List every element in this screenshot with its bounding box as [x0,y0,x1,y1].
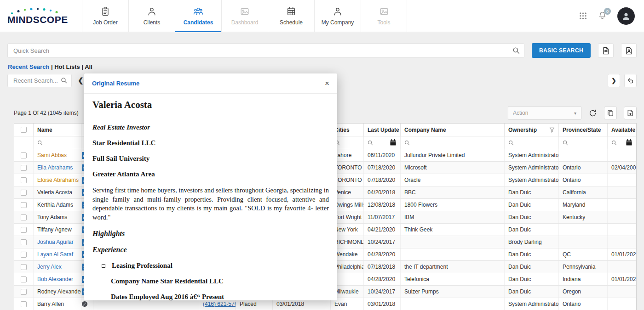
row-checkbox[interactable] [21,165,27,171]
candidate-name-link[interactable]: Tony Adams [37,214,67,220]
quick-search-input[interactable] [7,43,524,58]
row-checkbox[interactable] [21,190,27,196]
notifications-bell-icon[interactable]: 0 [598,11,607,21]
filter-province[interactable] [559,136,608,149]
search-icon [508,140,514,146]
province-cell: Maryland [559,199,608,211]
nav-item-schedule[interactable]: Schedule [268,0,314,32]
resume-company-line: Company Name Star Residential LLC [111,277,329,285]
row-select-cell [14,149,34,161]
undo-button[interactable] [624,74,637,87]
basic-search-button[interactable]: BASIC SEARCH [532,43,591,58]
ownership-cell: Dan Duic [505,211,559,223]
duplicate-button[interactable] [604,107,617,119]
filter-name[interactable] [34,136,81,149]
hot-lists-all-links[interactable]: | Hot Lists | All [49,63,92,70]
last-update-cell: 06/11/2020 [364,149,401,161]
action-dropdown[interactable]: Action ▾ [508,106,581,120]
row-checkbox[interactable] [21,239,27,245]
header-name[interactable]: Name [34,124,81,136]
brand-dots-icon [9,7,64,15]
header-available[interactable]: Available [608,124,636,136]
last-update-cell: 04/28/2020 [364,248,401,260]
candidate-name-link[interactable]: Kerthia Adams [37,202,73,208]
header-province[interactable]: Province/State [559,124,608,136]
scroll-right-button[interactable]: ❯ [608,74,620,87]
resume-parse-button[interactable] [598,43,614,58]
page-info: Page 1 Of 42 (1045 items) [14,110,79,116]
header-province-label: Province/State [563,127,601,133]
blocked-icon[interactable] [81,301,88,307]
scroll-left-chevron[interactable]: ❮ [78,76,84,85]
candidate-name-link[interactable]: Layan Al Saraf [37,251,73,258]
row-checkbox[interactable] [21,289,27,295]
export-button[interactable] [624,107,637,119]
resume-import-button[interactable] [621,43,637,58]
nav-item-job-order[interactable]: Job Order [82,0,128,32]
phone-link[interactable]: (416) 621-5767 [203,301,236,307]
ownership-cell: System Administrator [505,149,559,161]
candidate-name-link[interactable]: Rodney Alexander [37,288,81,295]
candidate-name-link[interactable]: Eloise Abrahams [37,177,79,183]
filter-company[interactable] [401,136,505,149]
available-cell [608,298,636,310]
nav-item-candidates[interactable]: Candidates [175,0,221,32]
search-icon[interactable] [512,47,520,54]
row-select-cell [14,174,34,186]
brand-logo[interactable]: MINDSCOPE [0,0,82,32]
available-cell: 02/04/2009 [608,162,636,174]
candidate-name-link[interactable]: Sami Abbas [37,152,67,158]
clients-icon [147,6,157,17]
select-all-checkbox[interactable] [21,127,27,133]
row-checkbox[interactable] [21,202,27,208]
filter-funnel-icon[interactable] [549,127,555,133]
user-avatar[interactable] [617,7,635,25]
action-dropdown-label: Action [513,110,528,116]
candidates-icon [193,6,203,17]
close-icon[interactable]: × [325,79,329,87]
resume-location: Greater Atlanta Area [92,170,329,178]
candidate-name-link[interactable]: Jerry Alex [37,264,62,270]
last-update-cell: 10/24/2017 [364,236,401,248]
header-ownership[interactable]: Ownership [505,124,559,136]
apps-grid-icon[interactable] [579,11,587,20]
company-cell: Think Geek [401,224,505,236]
filter-ownership[interactable] [505,136,559,149]
nav-label-tools: Tools [377,19,390,26]
nav-item-clients[interactable]: Clients [128,0,175,32]
row-checkbox[interactable] [21,276,27,282]
resume-job-title: Leasing Professional [112,262,172,270]
row-checkbox[interactable] [21,152,27,158]
filter-funnel-icon[interactable] [603,127,604,133]
search-icon[interactable] [61,77,67,84]
row-checkbox[interactable] [21,252,27,258]
row-checkbox[interactable] [21,264,27,270]
recent-search-link[interactable]: Recent Search [8,63,49,70]
ownership-cell: Dan Duic [505,186,559,198]
candidate-name-link[interactable]: Bob Alexander [37,276,73,282]
calendar-icon[interactable] [390,139,397,146]
ownership-cell: Dan Duic [505,273,559,285]
row-checkbox[interactable] [21,227,27,233]
row-checkbox[interactable] [21,214,27,220]
candidate-name-link[interactable]: Joshua Aguilar [37,239,74,245]
nav-item-dashboard[interactable]: Dashboard [221,0,268,32]
filter-last-update[interactable] [364,136,401,149]
nav-item-my-company[interactable]: My Company [314,0,361,32]
candidate-name-link[interactable]: Ella Abrahams [37,164,73,171]
refresh-button[interactable] [588,109,597,118]
row-checkbox[interactable] [21,301,27,307]
header-company[interactable]: Company Name [401,124,505,136]
calendar-icon[interactable] [626,139,632,146]
row-checkbox[interactable] [21,177,27,183]
doc-user-icon [625,46,633,55]
ownership-cell: Dan Duic [505,224,559,236]
nav-item-tools[interactable]: Tools [361,0,407,32]
header-last-update[interactable]: Last Update [364,124,401,136]
last-update-cell: 12/08/2018 [364,199,401,211]
candidate-name-link[interactable]: Tiffany Agnew [37,226,72,233]
filter-available[interactable] [608,136,636,149]
candidate-name-link[interactable]: Barry Allen [37,301,64,307]
candidate-name-cell: Rodney Alexander [34,286,81,298]
candidate-name-link[interactable]: Valeria Acosta [37,189,72,196]
